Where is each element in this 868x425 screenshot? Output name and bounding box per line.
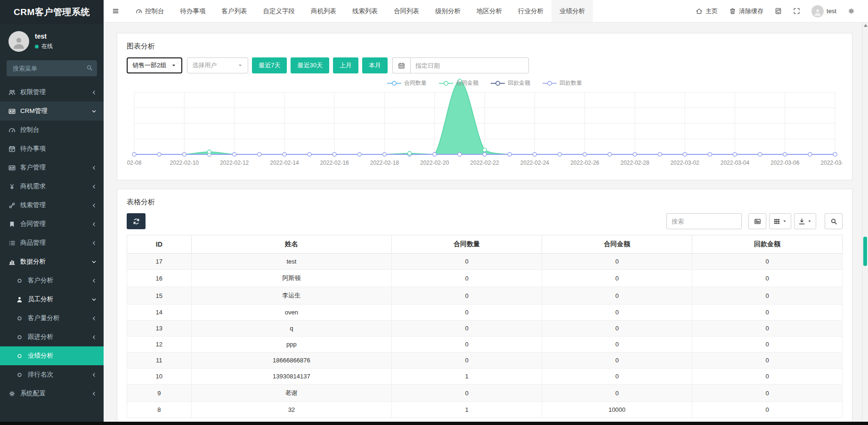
table-cell: 0 (392, 305, 542, 321)
person-icon (813, 8, 822, 16)
caret-down-icon (237, 63, 243, 68)
nav-tab-label: 业绩分析 (560, 7, 585, 16)
nav-user[interactable]: test (811, 5, 836, 17)
column-header[interactable]: 姓名 (191, 235, 391, 254)
table-cell: 0 (692, 270, 842, 287)
nav-tab[interactable]: 线索列表 (344, 0, 386, 22)
main-content: 图表分析 销售一部2组 选择用户 最近7天最近30天上月本月 合同数量合同金额回… (104, 23, 862, 425)
sidebar: CRM客户管理系统 test 在线 权限管理CRM管理控制台待办事项客户管理商机… (0, 0, 104, 425)
nav-cogs[interactable] (848, 8, 855, 15)
sidebar-item[interactable]: 客户量分析 (0, 309, 104, 328)
table-cell: 0 (392, 353, 542, 369)
sidebar-item[interactable]: CRM管理 (0, 102, 104, 120)
scrollbar-up-arrow[interactable] (864, 24, 868, 27)
table-row[interactable]: 16阿斯顿000 (127, 270, 843, 287)
nav-tab[interactable]: 合同列表 (386, 0, 427, 22)
table-row[interactable]: 9老谢000 (127, 385, 843, 402)
nav-tab[interactable]: 客户列表 (214, 0, 255, 22)
toggle-pagination-button[interactable] (748, 213, 766, 229)
export-icon (798, 218, 805, 225)
quick-range-button[interactable]: 本月 (362, 57, 388, 73)
navbar-right: 主页清除缓存test (696, 5, 868, 17)
table-cell: 0 (692, 402, 842, 418)
page-scrollbar[interactable] (862, 23, 868, 422)
sidebar-item[interactable]: 合同管理 (0, 215, 104, 233)
nav-tab[interactable]: 地区分析 (469, 0, 510, 22)
sidebar-item[interactable]: 商机需求 (0, 177, 104, 196)
svg-text:2022-03-04: 2022-03-04 (721, 160, 750, 166)
table-cell: 0 (692, 287, 842, 305)
column-header[interactable]: ID (127, 235, 192, 254)
nav-refresh-page[interactable] (775, 8, 782, 15)
sidebar-item[interactable]: 业绩分析 (0, 346, 104, 365)
table-cell: 14 (127, 305, 192, 321)
chevron-left-icon (91, 240, 97, 246)
scrollbar-thumb[interactable] (863, 237, 867, 266)
nav-tab[interactable]: 级别分析 (427, 0, 469, 22)
table-row[interactable]: 15李运生000 (127, 287, 843, 305)
legend-item[interactable]: 回款数量 (543, 79, 582, 87)
table-row[interactable]: 12ppp000 (127, 337, 843, 353)
performance-chart: 02-082022-02-102022-02-122022-02-142022-… (127, 77, 843, 173)
legend-item[interactable]: 回款金额 (491, 79, 530, 87)
user-select[interactable]: 选择用户 (187, 57, 248, 73)
legend-item[interactable]: 合同金额 (439, 79, 479, 87)
export-button[interactable] (794, 213, 816, 229)
nav-home[interactable]: 主页 (696, 7, 718, 16)
table-cell: 15 (127, 287, 192, 305)
nav-tab[interactable]: 控制台 (128, 0, 172, 22)
table-row[interactable]: 1118666866876000 (127, 353, 843, 369)
calendar-icon[interactable] (392, 57, 410, 73)
quick-range-button[interactable]: 最近7天 (252, 57, 287, 73)
table-cell: oven (191, 305, 391, 321)
table-row[interactable]: 14oven000 (127, 305, 843, 321)
columns-button[interactable] (769, 213, 791, 229)
department-select[interactable]: 销售一部2组 (127, 57, 182, 73)
sidebar-search-input[interactable] (7, 60, 97, 76)
sidebar-item[interactable]: 跟进分析 (0, 328, 104, 346)
quick-range-button[interactable]: 上月 (333, 57, 358, 73)
circle-icon (16, 277, 23, 284)
legend-item[interactable]: 合同数量 (387, 79, 427, 87)
sidebar-item[interactable]: 客户分析 (0, 271, 104, 290)
quick-range-button[interactable]: 最近30天 (291, 57, 329, 73)
table-panel-title: 表格分析 (127, 198, 843, 207)
table-search-input[interactable] (666, 213, 742, 229)
nav-tab[interactable]: 业绩分析 (552, 0, 593, 22)
sidebar-item[interactable]: 排行名次 (0, 365, 104, 384)
column-header[interactable]: 回款金额 (692, 235, 842, 254)
table-cell: 0 (692, 353, 842, 369)
table-row[interactable]: 8321100000 (127, 402, 843, 418)
sidebar-item[interactable]: 待办事项 (0, 139, 104, 158)
nav-tab[interactable]: 自定义字段 (255, 0, 303, 22)
sidebar-item[interactable]: 员工分析 (0, 290, 104, 309)
sidebar-item[interactable]: 客户管理 (0, 158, 104, 177)
table-search-button[interactable] (825, 213, 843, 229)
chevron-left-icon (91, 165, 97, 171)
sidebar-item[interactable]: 控制台 (0, 120, 104, 139)
table-row[interactable]: 17test000 (127, 254, 843, 270)
sidebar-item[interactable]: 系统配置 (0, 384, 104, 403)
column-header[interactable]: 合同金额 (542, 235, 692, 254)
sidebar-item[interactable]: 权限管理 (0, 83, 104, 102)
nav-expand[interactable] (793, 8, 800, 15)
table-row[interactable]: 13q000 (127, 321, 843, 337)
table-cell: 0 (542, 369, 692, 385)
nav-tab[interactable]: 商机列表 (303, 0, 344, 22)
date-input[interactable] (410, 57, 529, 73)
sidebar-item[interactable]: 商品管理 (0, 233, 104, 252)
column-header[interactable]: 合同数量 (392, 235, 542, 254)
svg-text:2022-02-22: 2022-02-22 (470, 160, 499, 166)
sidebar-item[interactable]: 数据分析 (0, 252, 104, 271)
table-row[interactable]: 1013930814137100 (127, 369, 843, 385)
nav-tab[interactable]: 行业分析 (510, 0, 552, 22)
chevron-left-icon (91, 89, 97, 96)
nav-tab[interactable]: 待办事项 (172, 0, 214, 22)
sidebar-item[interactable]: 线索管理 (0, 196, 104, 215)
svg-text:02-08: 02-08 (127, 160, 142, 166)
sidebar-toggle-button[interactable] (104, 8, 128, 15)
table-cell: 0 (542, 353, 692, 369)
refresh-button[interactable] (127, 213, 146, 229)
nav-trash[interactable]: 清除缓存 (729, 7, 763, 16)
bookmark-icon (8, 221, 16, 228)
